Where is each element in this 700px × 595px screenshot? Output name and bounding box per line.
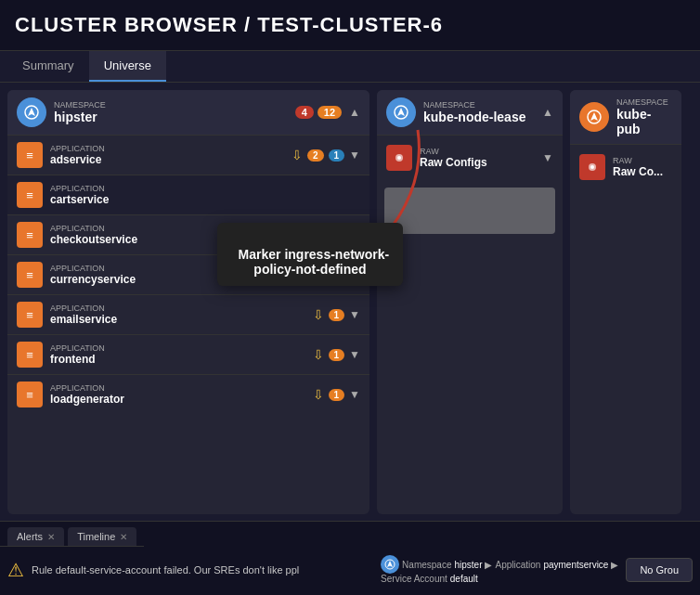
bottom-tab-timeline[interactable]: Timeline ✕ — [68, 527, 136, 546]
download-icon: ⇩ — [313, 387, 324, 402]
chevron-up-icon[interactable]: ▲ — [542, 106, 553, 119]
partial-visual — [384, 188, 555, 234]
app-item-adservice[interactable]: ≡ Application adservice ⇩ 2 1 ▼ — [7, 135, 369, 175]
namespace-info-kube-pub: Namespace kube-pub — [616, 97, 672, 136]
tabs-bar: Summary Universe — [0, 51, 700, 83]
namespace-card-kube-node-lease: Namespace kube-node-lease ▲ Raw Raw Conf… — [377, 90, 563, 514]
count-badge-1: 1 — [329, 389, 345, 401]
ns-chain: Namespace hipster ▶ Application payments… — [381, 555, 618, 574]
app-icon-loadgenerator: ≡ — [17, 382, 43, 407]
close-alerts-icon[interactable]: ✕ — [47, 532, 55, 542]
namespace-icon-kube-pub — [579, 102, 609, 132]
svg-point-5 — [397, 156, 401, 160]
header: CLUSTER BROWSER / TEST-CLUSTER-6 — [0, 0, 700, 51]
app-item-cartservice[interactable]: ≡ Application cartservice — [7, 175, 369, 214]
tooltip-prefix: Marker — [239, 247, 281, 262]
alert-text: Rule default-service-account failed. Our… — [32, 564, 373, 576]
ns-keyword: Namespace — [402, 560, 451, 570]
chevron-down-icon[interactable]: ▼ — [349, 348, 360, 361]
app-keyword: Application — [495, 560, 540, 570]
chevron-down-icon[interactable]: ▼ — [349, 308, 360, 321]
namespace-icon-kube-node-lease — [386, 97, 416, 127]
chevron-down-icon[interactable]: ▼ — [542, 151, 553, 164]
app-item-loadgenerator[interactable]: ≡ Application loadgenerator ⇩ 1 ▼ — [7, 374, 369, 414]
sa-value: default — [450, 574, 478, 584]
namespace-badges: 4 12 — [295, 106, 342, 119]
app-info-adservice: Application adservice — [50, 144, 284, 166]
app-icon-cartservice: ≡ — [17, 182, 43, 208]
namespace-header-kube-pub[interactable]: Namespace kube-pub — [570, 90, 681, 144]
badge-count-12: 12 — [318, 106, 342, 119]
app-icon-checkoutservice: ≡ — [17, 222, 43, 248]
app-icon-currencyservice: ≡ — [17, 262, 43, 288]
alert-content: ⚠ Rule default-service-account failed. O… — [0, 544, 700, 595]
raw-info: Raw Raw Configs — [420, 147, 535, 169]
app-icon-frontend: ≡ — [17, 342, 43, 368]
page-title: CLUSTER BROWSER / TEST-CLUSTER-6 — [15, 13, 443, 36]
bottom-bar: Alerts ✕ Timeline ✕ ⚠ Rule default-servi… — [0, 521, 700, 595]
namespace-card-hipster: Namespace hipster 4 12 ▲ ≡ Application a… — [7, 90, 369, 514]
namespace-icon-hipster — [17, 97, 46, 127]
chevron-up-icon[interactable]: ▲ — [349, 106, 360, 119]
namespace-info-kube-node-lease: Namespace kube-node-lease — [423, 100, 535, 124]
app-item-emailservice[interactable]: ≡ Application emailservice ⇩ 1 ▼ — [7, 294, 369, 334]
app-info-cartservice: Application cartservice — [50, 184, 360, 206]
ns-value: hipster — [454, 560, 482, 570]
sa-chain: Service Account default — [381, 574, 618, 584]
svg-marker-1 — [28, 108, 35, 116]
download-icon: ⇩ — [313, 307, 324, 322]
tab-universe[interactable]: Universe — [89, 51, 166, 82]
count-badge-1: 1 — [329, 149, 345, 162]
app-item-frontend[interactable]: ≡ Application frontend ⇩ 1 ▼ — [7, 334, 369, 374]
app-value: paymentservice — [543, 560, 608, 570]
svg-marker-7 — [590, 112, 598, 121]
main-content: Namespace hipster 4 12 ▲ ≡ Application a… — [0, 83, 700, 522]
namespace-header-hipster[interactable]: Namespace hipster 4 12 ▲ — [7, 90, 369, 135]
svg-marker-3 — [397, 108, 405, 116]
svg-marker-12 — [387, 561, 393, 567]
tooltip-marker: Marker ingress-network-policy-not-define… — [217, 223, 403, 286]
app-info-emailservice: Application emailservice — [50, 304, 305, 326]
badge-count-4: 4 — [295, 106, 314, 119]
raw-icon-2 — [579, 154, 605, 180]
download-icon: ⇩ — [292, 148, 303, 162]
namespace-header-kube-node-lease[interactable]: Namespace kube-node-lease ▲ — [377, 90, 563, 135]
app-icon-adservice: ≡ — [17, 142, 43, 168]
tab-summary[interactable]: Summary — [7, 51, 89, 82]
download-icon: ⇩ — [313, 347, 324, 362]
alert-metadata: Namespace hipster ▶ Application payments… — [381, 555, 618, 584]
count-badge-1: 1 — [329, 349, 345, 361]
app-icon-emailservice: ≡ — [17, 302, 43, 328]
namespace-info-hipster: Namespace hipster — [54, 100, 288, 124]
namespace-card-kube-pub: Namespace kube-pub Raw Raw Co... — [570, 90, 681, 514]
namespace-label: Namespace — [54, 100, 288, 110]
ns-chain-icon — [381, 555, 399, 574]
chevron-down-icon[interactable]: ▼ — [349, 149, 360, 162]
raw-configs-item[interactable]: Raw Raw Configs ▼ — [377, 135, 563, 180]
chevron-down-icon[interactable]: ▼ — [349, 388, 360, 401]
raw-info-2: Raw Raw Co... — [613, 156, 672, 178]
raw-icon — [386, 145, 412, 171]
app-info-frontend: Application frontend — [50, 343, 305, 366]
raw-configs-item-2[interactable]: Raw Raw Co... — [570, 144, 681, 189]
namespace-name-hipster: hipster — [54, 110, 288, 124]
sa-keyword: Service Account — [381, 574, 447, 584]
alert-warning-icon: ⚠ — [7, 559, 24, 581]
count-badge-1: 1 — [329, 309, 345, 321]
no-group-button[interactable]: No Grou — [626, 558, 693, 582]
bottom-tabs: Alerts ✕ Timeline ✕ — [0, 522, 144, 547]
close-timeline-icon[interactable]: ✕ — [120, 532, 127, 542]
svg-point-9 — [590, 165, 594, 169]
bottom-tab-alerts[interactable]: Alerts ✕ — [7, 527, 64, 546]
count-badge-2: 2 — [307, 149, 324, 162]
app-info-loadgenerator: Application loadgenerator — [50, 383, 305, 406]
